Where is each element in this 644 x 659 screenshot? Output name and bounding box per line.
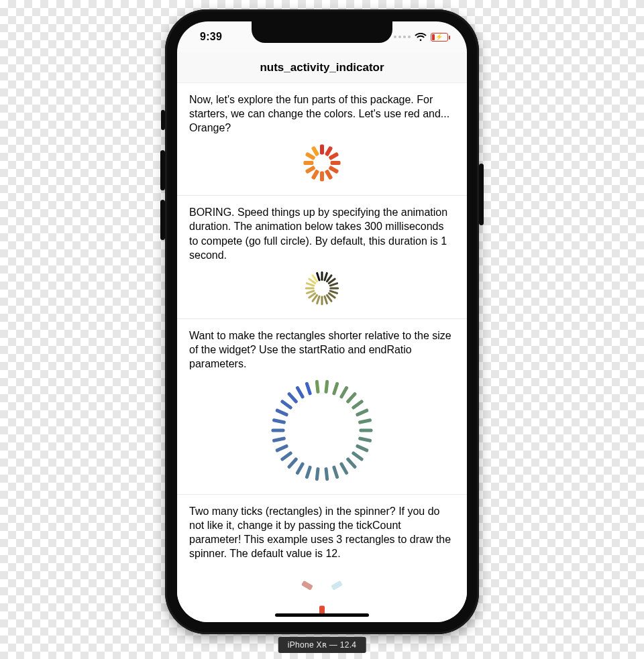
- section-text: Two many ticks (rectangles) in the spinn…: [189, 504, 455, 560]
- power-button[interactable]: [479, 164, 484, 225]
- section-text: BORING. Speed things up by specifying th…: [189, 205, 455, 261]
- page-title: nuts_activity_indicator: [260, 61, 384, 74]
- device-screen: 9:39 ⚡ nuts_activity_indicator: [177, 21, 467, 622]
- device-frame: 9:39 ⚡ nuts_activity_indicator: [165, 9, 479, 634]
- home-indicator[interactable]: [275, 613, 369, 617]
- activity-indicator-ratio: [272, 380, 372, 481]
- section-text: Want to make the rectangles shorter rela…: [189, 328, 455, 371]
- wifi-icon: [415, 33, 427, 42]
- notch: [252, 21, 392, 43]
- activity-indicator-tickcount: [299, 571, 345, 617]
- section-duration: BORING. Speed things up by specifying th…: [177, 196, 467, 318]
- activity-indicator-colors: [303, 144, 341, 182]
- section-colors: Now, let's explore the fun parts of this…: [177, 83, 467, 196]
- caption-os: 12.4: [340, 640, 357, 650]
- battery-icon: ⚡: [431, 33, 448, 42]
- volume-down-button[interactable]: [160, 200, 165, 240]
- cellular-signal-icon: [394, 36, 411, 38]
- section-ratio: Want to make the rectangles shorter rela…: [177, 319, 467, 495]
- scroll-view[interactable]: Now, let's explore the fun parts of this…: [177, 83, 467, 622]
- mute-switch[interactable]: [161, 110, 165, 130]
- status-right: ⚡: [394, 33, 448, 42]
- activity-indicator-duration: [305, 272, 339, 305]
- volume-up-button[interactable]: [160, 150, 165, 190]
- device-caption: iPhone Xʀ — 12.4: [278, 637, 366, 653]
- section-text: Now, let's explore the fun parts of this…: [189, 93, 455, 135]
- status-time: 9:39: [200, 31, 222, 43]
- navbar: nuts_activity_indicator: [177, 52, 467, 83]
- caption-device: iPhone Xʀ: [288, 640, 327, 650]
- section-tickcount: Two many ticks (rectangles) in the spinn…: [177, 495, 467, 622]
